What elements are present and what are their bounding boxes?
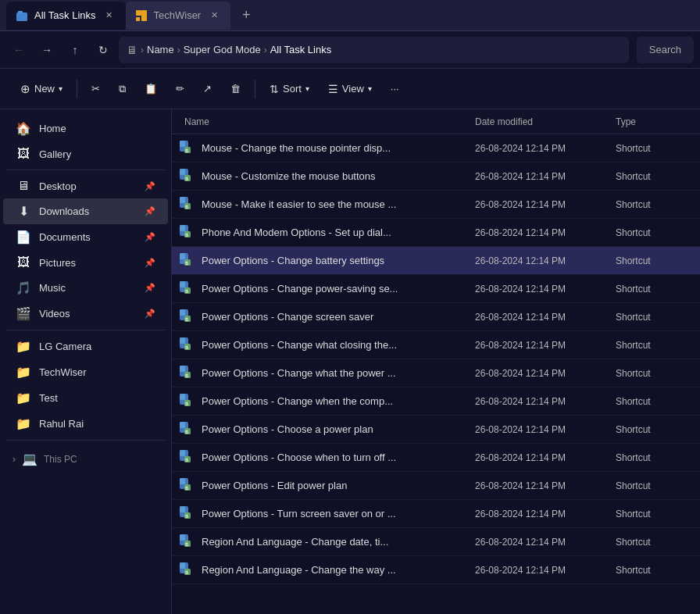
tab-close-1[interactable]: ✕ bbox=[102, 9, 116, 23]
main-content: 🏠 Home 🖼 Gallery 🖥 Desktop 📌 ⬇ Downloads… bbox=[0, 109, 700, 614]
cut-button[interactable]: ✂ bbox=[84, 78, 108, 99]
sidebar-item-test[interactable]: 📁 Test bbox=[3, 385, 168, 411]
table-row[interactable]: S Power Options - Edit power plan 26-08-… bbox=[172, 472, 700, 500]
file-icon: S bbox=[178, 252, 197, 270]
sidebar-item-home[interactable]: 🏠 Home bbox=[3, 116, 168, 141]
table-row[interactable]: S Power Options - Change screen saver 26… bbox=[172, 303, 700, 331]
sidebar-label-gallery: Gallery bbox=[39, 148, 155, 160]
new-label: New bbox=[34, 83, 55, 95]
file-icon: S bbox=[178, 392, 197, 411]
svg-rect-0 bbox=[16, 12, 27, 21]
sep-toolbar-2 bbox=[255, 80, 255, 98]
table-row[interactable]: S Power Options - Change battery setting… bbox=[172, 247, 700, 275]
desktop-icon: 🖥 bbox=[16, 179, 31, 193]
sidebar-label-test: Test bbox=[39, 392, 155, 404]
toolbar: ⊕ New ▾ ✂ ⧉ 📋 ✏ ↗ 🗑 ⇅ Sort ▾ ☰ View ▾ ··… bbox=[0, 69, 700, 109]
new-icon: ⊕ bbox=[20, 82, 30, 96]
sidebar-item-lgcamera[interactable]: 📁 LG Camera bbox=[3, 334, 168, 359]
sidebar-item-music[interactable]: 🎵 Music 📌 bbox=[3, 275, 168, 301]
table-row[interactable]: S Power Options - Choose when to turn of… bbox=[172, 444, 700, 472]
table-row[interactable]: S Region And Language - Change date, ti.… bbox=[172, 528, 700, 556]
rename-button[interactable]: ✏ bbox=[168, 78, 192, 99]
sidebar-item-gallery[interactable]: 🖼 Gallery bbox=[3, 141, 168, 166]
this-pc-section[interactable]: › 💻 This PC bbox=[0, 444, 171, 469]
back-button[interactable]: ← bbox=[6, 37, 31, 62]
view-button[interactable]: ☰ View ▾ bbox=[320, 78, 380, 100]
svg-rect-22 bbox=[180, 253, 185, 259]
breadcrumb-downloads[interactable]: Name bbox=[147, 44, 174, 55]
share-button[interactable]: ↗ bbox=[195, 78, 220, 99]
svg-text:S: S bbox=[185, 486, 188, 491]
test-icon: 📁 bbox=[16, 391, 31, 405]
svg-text:S: S bbox=[185, 233, 188, 237]
copy-button[interactable]: ⧉ bbox=[111, 78, 134, 100]
rahulrai-icon: 📁 bbox=[16, 416, 31, 431]
music-icon: 🎵 bbox=[16, 280, 31, 295]
file-name: Mouse - Customize the mouse buttons bbox=[202, 170, 475, 182]
file-type: Shortcut bbox=[616, 340, 694, 351]
up-button[interactable]: ↑ bbox=[62, 37, 88, 62]
file-date: 26-08-2024 12:14 PM bbox=[475, 452, 616, 463]
tab-label-1: All Task Links bbox=[34, 9, 96, 21]
forward-button[interactable]: → bbox=[34, 37, 59, 62]
file-date: 26-08-2024 12:14 PM bbox=[475, 340, 616, 351]
paste-button[interactable]: 📋 bbox=[137, 78, 165, 99]
table-row[interactable]: S Power Options - Change what closing th… bbox=[172, 331, 700, 359]
table-row[interactable]: S Power Options - Change when the comp..… bbox=[172, 387, 700, 416]
table-row[interactable]: S Power Options - Turn screen saver on o… bbox=[172, 500, 700, 528]
sidebar-item-pictures[interactable]: 🖼 Pictures 📌 bbox=[3, 250, 168, 275]
sidebar-item-documents[interactable]: 📄 Documents 📌 bbox=[3, 224, 168, 250]
delete-button[interactable]: 🗑 bbox=[223, 78, 248, 99]
tab-techwiser[interactable]: TechWiser ✕ bbox=[126, 2, 231, 30]
sort-button[interactable]: ⇅ Sort ▾ bbox=[262, 78, 317, 100]
sidebar-item-downloads[interactable]: ⬇ Downloads 📌 bbox=[3, 198, 168, 224]
table-row[interactable]: S Power Options - Change power-saving se… bbox=[172, 275, 700, 303]
file-type: Shortcut bbox=[616, 227, 694, 238]
file-date: 26-08-2024 12:14 PM bbox=[475, 227, 616, 238]
sidebar-item-rahulrai[interactable]: 📁 Rahul Rai bbox=[3, 411, 168, 437]
tab-close-2[interactable]: ✕ bbox=[207, 9, 221, 23]
table-row[interactable]: S Mouse - Make it easier to see the mous… bbox=[172, 191, 700, 219]
sidebar-item-videos[interactable]: 🎬 Videos 📌 bbox=[3, 301, 168, 327]
table-row[interactable]: S Mouse - Customize the mouse buttons 26… bbox=[172, 162, 700, 191]
more-button[interactable]: ··· bbox=[383, 78, 407, 99]
table-row[interactable]: S Power Options - Change what the power … bbox=[172, 359, 700, 387]
file-name: Power Options - Change screen saver bbox=[202, 311, 475, 323]
sidebar-item-techwiser[interactable]: 📁 TechWiser bbox=[3, 359, 168, 385]
breadcrumb-supergodmode[interactable]: Super God Mode bbox=[184, 44, 261, 55]
pin-icon-documents: 📌 bbox=[145, 232, 155, 242]
new-tab-button[interactable]: + bbox=[234, 3, 259, 28]
home-icon: 🏠 bbox=[16, 121, 31, 136]
tab-icon-1 bbox=[16, 9, 28, 22]
sidebar-item-desktop[interactable]: 🖥 Desktop 📌 bbox=[3, 173, 168, 198]
file-date: 26-08-2024 12:14 PM bbox=[475, 565, 616, 576]
table-row[interactable]: S Power Options - Choose a power plan 26… bbox=[172, 416, 700, 444]
svg-rect-42 bbox=[180, 394, 185, 400]
sep-toolbar-1 bbox=[77, 80, 77, 98]
breadcrumb-current[interactable]: All Task Links bbox=[270, 44, 332, 55]
file-date: 26-08-2024 12:14 PM bbox=[475, 255, 616, 266]
cut-icon: ✂ bbox=[91, 83, 100, 95]
file-date: 26-08-2024 12:14 PM bbox=[475, 312, 616, 323]
new-button[interactable]: ⊕ New ▾ bbox=[12, 77, 70, 101]
videos-icon: 🎬 bbox=[16, 306, 31, 321]
file-date: 26-08-2024 12:14 PM bbox=[475, 284, 616, 295]
pictures-icon: 🖼 bbox=[16, 255, 31, 270]
svg-rect-1 bbox=[18, 11, 23, 13]
table-row[interactable]: S Phone And Modem Options - Set up dial.… bbox=[172, 219, 700, 247]
svg-rect-6 bbox=[180, 141, 185, 147]
table-row[interactable]: S Mouse - Change the mouse pointer disp.… bbox=[172, 134, 700, 162]
table-row[interactable]: S Region And Language - Change the way .… bbox=[172, 556, 700, 584]
svg-text:S: S bbox=[185, 289, 188, 294]
refresh-button[interactable]: ↻ bbox=[91, 37, 116, 62]
file-date: 26-08-2024 12:14 PM bbox=[475, 396, 616, 407]
svg-text:S: S bbox=[185, 205, 188, 209]
sidebar-divider-2 bbox=[6, 330, 165, 330]
sidebar-divider-1 bbox=[6, 170, 165, 170]
svg-text:S: S bbox=[185, 458, 188, 462]
tab-label-2: TechWiser bbox=[154, 9, 202, 21]
search-button[interactable]: Search bbox=[637, 37, 694, 63]
svg-text:S: S bbox=[185, 514, 188, 519]
file-type: Shortcut bbox=[616, 255, 694, 266]
tab-all-task-links[interactable]: All Task Links ✕ bbox=[6, 2, 126, 30]
